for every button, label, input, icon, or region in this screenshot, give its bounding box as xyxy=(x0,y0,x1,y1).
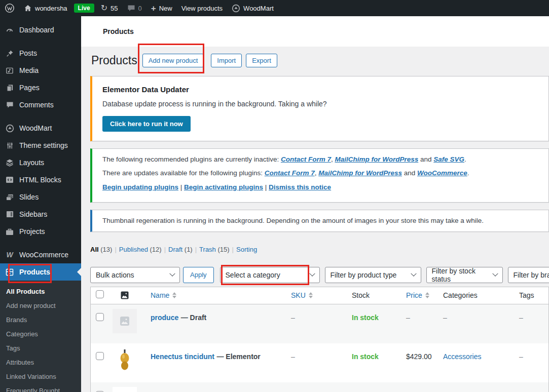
view-count: (13) xyxy=(100,246,112,253)
view-sorting-link[interactable]: Sorting xyxy=(236,246,257,253)
bulk-actions-select[interactable]: Bulk actions xyxy=(90,267,180,283)
select-all-checkbox[interactable] xyxy=(96,290,104,298)
sidebar-item-products[interactable]: Products xyxy=(0,263,81,281)
submenu-item-attributes[interactable]: Attributes xyxy=(0,355,81,369)
view-published-link[interactable]: Published (12) xyxy=(119,246,162,253)
new-menu[interactable]: + New xyxy=(147,0,177,16)
comment-count: 0 xyxy=(138,5,142,12)
submenu-item-linked-variations[interactable]: Linked Variations xyxy=(0,369,81,383)
row-checkbox[interactable] xyxy=(96,313,104,321)
image-placeholder-icon xyxy=(120,316,130,326)
plugin-link-safe-svg[interactable]: Safe SVG xyxy=(433,155,464,163)
submenu-item-tags[interactable]: Tags xyxy=(0,341,81,355)
sidebar-item-label: Layouts xyxy=(19,159,44,167)
begin-updating-plugins-link[interactable]: Begin updating plugins xyxy=(102,183,178,191)
site-menu[interactable]: wondersha xyxy=(19,0,72,16)
submenu-item-add-new-product[interactable]: Add new product xyxy=(0,298,81,312)
submenu-label: Add new product xyxy=(6,302,56,309)
submenu-item-all-products[interactable]: All Products xyxy=(0,284,81,298)
plugin-link-mailchimp[interactable]: MailChimp for WordPress xyxy=(335,155,418,163)
sidebar-item-woocommerce[interactable]: W WooCommerce xyxy=(0,246,81,263)
sort-by-price[interactable]: Price xyxy=(406,291,429,299)
admin-bar: wondersha Live ↻ 55 0 + New View product… xyxy=(0,0,549,16)
sidebar-item-layouts[interactable]: Layouts xyxy=(0,154,81,171)
plugin-link-contact-form-7[interactable]: Contact Form 7 xyxy=(281,155,331,163)
dismiss-notice-link[interactable]: Dismiss this notice xyxy=(269,183,331,191)
import-button[interactable]: Import xyxy=(211,54,242,67)
column-header-tags: Tags xyxy=(519,291,534,299)
admin-sidebar: Dashboard Posts Media Pages Comments xyxy=(0,16,81,392)
product-thumbnail-placeholder[interactable] xyxy=(113,309,137,333)
woodmart-icon xyxy=(5,124,15,133)
submenu-label: All Products xyxy=(6,288,45,295)
sidebar-item-projects[interactable]: Projects xyxy=(0,223,81,240)
bulk-actions-value: Bulk actions xyxy=(96,271,134,279)
sidebar-item-pages[interactable]: Pages xyxy=(0,79,81,96)
submenu-item-categories[interactable]: Categories xyxy=(0,327,81,341)
sidebar-item-html-blocks[interactable]: HTML Blocks xyxy=(0,171,81,188)
comments-menu[interactable]: 0 xyxy=(123,0,147,16)
separator-text: and xyxy=(418,155,433,163)
sidebar-item-dashboard[interactable]: Dashboard xyxy=(0,21,81,38)
updates-menu[interactable]: ↻ 55 xyxy=(96,0,123,16)
sort-by-sku[interactable]: SKU xyxy=(291,291,313,299)
view-all-link[interactable]: All (13) xyxy=(90,246,112,253)
inactive-plugins-line: The following recommended plugins are cu… xyxy=(102,155,538,164)
comments-icon xyxy=(5,101,15,108)
product-thumbnail[interactable] xyxy=(113,348,137,372)
categories-value: – xyxy=(443,313,447,322)
run-updater-button[interactable]: Click here to run it now xyxy=(102,116,191,132)
product-name-link[interactable]: Henectus tincidunt xyxy=(151,352,214,361)
list-view-filters: All (13)|Published (12)|Draft (1)|Trash … xyxy=(90,246,549,254)
tags-value: – xyxy=(519,313,523,322)
export-button[interactable]: Export xyxy=(246,54,277,67)
woodmart-circle-icon xyxy=(232,4,240,13)
sidebar-item-comments[interactable]: Comments xyxy=(0,96,81,113)
separator-text: and xyxy=(402,169,417,177)
row-checkbox[interactable] xyxy=(96,352,104,360)
sidebar-item-theme-settings[interactable]: Theme settings xyxy=(0,137,81,154)
code-icon xyxy=(5,176,15,183)
brand-select[interactable]: Filter by brand xyxy=(508,267,549,283)
price-value: $429.00 xyxy=(406,352,432,361)
menu-separator xyxy=(0,240,81,246)
category-link[interactable]: Accessories xyxy=(443,352,481,361)
view-draft-link[interactable]: Draft (1) xyxy=(168,246,193,253)
sidebar-item-media[interactable]: Media xyxy=(0,62,81,79)
view-products-link[interactable]: View products xyxy=(177,0,227,16)
page-header: Products Add new product Import Export xyxy=(81,47,549,74)
view-label: All xyxy=(90,246,99,253)
sidebar-item-slides[interactable]: Slides xyxy=(0,188,81,206)
plugin-link-mailchimp-update[interactable]: MailChimp for WordPress xyxy=(318,169,402,177)
product-name-link[interactable]: produce xyxy=(151,313,178,322)
plugin-link-woocommerce-update[interactable]: WooCommerce xyxy=(417,169,467,177)
view-label: Draft xyxy=(168,246,182,253)
product-state: — Draft xyxy=(181,313,207,322)
lamp-product-image xyxy=(113,348,137,372)
view-label: Trash xyxy=(199,246,216,253)
new-label: New xyxy=(159,5,172,12)
sidebar-item-label: Theme settings xyxy=(19,141,68,149)
plugins-notice: The following recommended plugins are cu… xyxy=(90,148,549,203)
view-separator: | xyxy=(195,246,197,253)
apply-button[interactable]: Apply xyxy=(183,267,214,283)
sidebar-item-woodmart[interactable]: WoodMart xyxy=(0,120,81,137)
product-thumbnail[interactable] xyxy=(113,387,137,392)
wordpress-logo-menu[interactable] xyxy=(0,0,19,16)
sidebar-item-sidebars[interactable]: Sidebars xyxy=(0,206,81,223)
submenu-item-brands[interactable]: Brands xyxy=(0,312,81,327)
category-select[interactable]: Select a category xyxy=(220,267,320,283)
woodmart-menu[interactable]: WoodMart xyxy=(227,0,278,16)
leaf-product-image xyxy=(113,387,137,392)
product-type-select[interactable]: Filter by product type xyxy=(325,267,421,283)
plugin-link-contact-form-7-update[interactable]: Contact Form 7 xyxy=(265,169,315,177)
begin-activating-plugins-link[interactable]: Begin activating plugins xyxy=(184,183,263,191)
add-new-product-button[interactable]: Add new product xyxy=(142,54,204,67)
tags-value: – xyxy=(519,352,523,361)
sort-by-name[interactable]: Name xyxy=(151,291,176,299)
sidebar-item-posts[interactable]: Posts xyxy=(0,45,81,62)
sort-arrows-icon xyxy=(172,292,176,298)
stock-status-select[interactable]: Filter by stock status xyxy=(426,267,503,283)
submenu-item-frequently-bought[interactable]: Frequently Bought xyxy=(0,383,81,392)
view-trash-link[interactable]: Trash (15) xyxy=(199,246,230,253)
